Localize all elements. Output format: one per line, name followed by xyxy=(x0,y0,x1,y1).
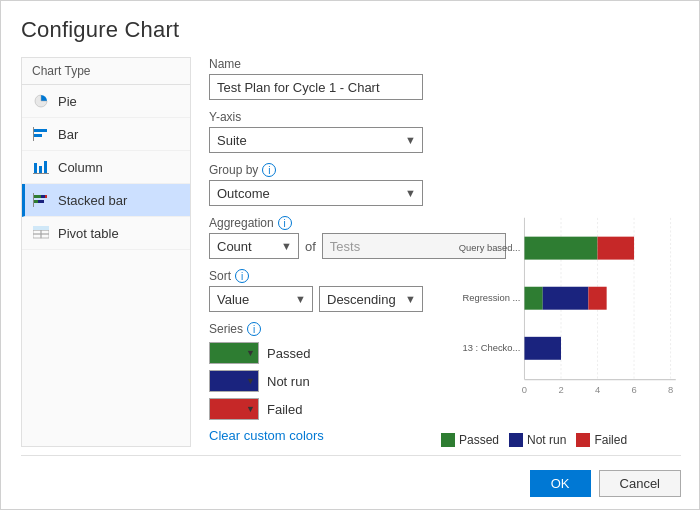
yaxis-select-wrapper[interactable]: Suite ▼ xyxy=(209,127,423,153)
groupby-info-icon[interactable]: i xyxy=(262,163,276,177)
series-not-run-label: Not run xyxy=(267,374,310,389)
chart-type-pivot-table[interactable]: Pivot table xyxy=(22,217,190,250)
ok-button[interactable]: OK xyxy=(530,470,591,497)
svg-text:2: 2 xyxy=(558,384,563,395)
series-color-not-run[interactable]: ▼ xyxy=(209,370,259,392)
chart-type-bar-label: Bar xyxy=(58,127,78,142)
yaxis-label: Y-axis xyxy=(209,110,423,124)
series-not-run-arrow: ▼ xyxy=(246,376,255,386)
chart-type-pie-label: Pie xyxy=(58,94,77,109)
column-icon xyxy=(32,158,50,176)
chart-svg: 0 2 4 6 8 Query based... xyxy=(441,207,681,427)
svg-text:6: 6 xyxy=(631,384,636,395)
series-passed-arrow: ▼ xyxy=(246,348,255,358)
stacked-bar-icon xyxy=(32,191,50,209)
svg-rect-4 xyxy=(39,166,42,173)
sort-order-select[interactable]: Descending xyxy=(320,287,422,311)
chart-type-pie[interactable]: Pie xyxy=(22,85,190,118)
chart-type-bar[interactable]: Bar xyxy=(22,118,190,151)
svg-rect-32 xyxy=(524,237,597,260)
svg-rect-1 xyxy=(33,134,42,137)
svg-text:8: 8 xyxy=(668,384,673,395)
legend-color-passed xyxy=(441,433,455,447)
sort-order-select-wrapper[interactable]: Descending ▼ xyxy=(319,286,423,312)
svg-rect-7 xyxy=(33,195,41,198)
legend-not-run-label: Not run xyxy=(527,433,566,447)
series-section: Series i ▼ Passed ▼ Not run xyxy=(209,322,423,443)
configure-chart-dialog: Configure Chart Chart Type Pie xyxy=(1,1,700,510)
chart-type-column[interactable]: Column xyxy=(22,151,190,184)
svg-rect-9 xyxy=(45,195,47,198)
groupby-select[interactable]: Outcome xyxy=(210,181,422,205)
of-label: of xyxy=(305,239,316,254)
svg-rect-36 xyxy=(543,287,589,310)
dialog-footer: OK Cancel xyxy=(21,455,681,497)
series-item-failed: ▼ Failed xyxy=(209,398,423,420)
svg-rect-14 xyxy=(33,230,41,234)
svg-rect-11 xyxy=(38,200,44,203)
legend-passed-label: Passed xyxy=(459,433,499,447)
cancel-button[interactable]: Cancel xyxy=(599,470,681,497)
series-color-failed[interactable]: ▼ xyxy=(209,398,259,420)
bar-icon xyxy=(32,125,50,143)
svg-rect-17 xyxy=(41,234,49,238)
svg-rect-0 xyxy=(33,129,47,132)
name-label: Name xyxy=(209,57,423,71)
svg-rect-2 xyxy=(33,127,34,141)
chart-type-pivot-label: Pivot table xyxy=(58,226,119,241)
chart-type-stacked-bar-label: Stacked bar xyxy=(58,193,127,208)
pivot-icon xyxy=(32,224,50,242)
aggregation-select-wrapper[interactable]: Count ▼ xyxy=(209,233,299,259)
svg-rect-6 xyxy=(33,173,49,174)
series-failed-label: Failed xyxy=(267,402,302,417)
name-field-group: Name xyxy=(209,57,423,100)
groupby-label: Group by i xyxy=(209,163,423,177)
svg-rect-12 xyxy=(33,193,34,207)
aggregation-row: Count ▼ of xyxy=(209,233,423,259)
clear-custom-colors-link[interactable]: Clear custom colors xyxy=(209,428,423,443)
svg-text:4: 4 xyxy=(595,384,600,395)
series-color-passed[interactable]: ▼ xyxy=(209,342,259,364)
legend-failed-label: Failed xyxy=(594,433,627,447)
config-panel: Name Y-axis Suite ▼ Group by i xyxy=(191,57,441,447)
series-item-passed: ▼ Passed xyxy=(209,342,423,364)
svg-rect-18 xyxy=(33,226,49,230)
legend-passed: Passed xyxy=(441,433,499,447)
svg-text:Regression ...: Regression ... xyxy=(462,292,520,303)
aggregation-info-icon[interactable]: i xyxy=(278,216,292,230)
aggregation-label: Aggregation i xyxy=(209,216,423,230)
sort-field-group: Sort i Value ▼ Descending ▼ xyxy=(209,269,423,312)
series-info-icon[interactable]: i xyxy=(247,322,261,336)
chart-type-stacked-bar[interactable]: Stacked bar xyxy=(22,184,190,217)
yaxis-field-group: Y-axis Suite ▼ xyxy=(209,110,423,153)
chart-legend: Passed Not run Failed xyxy=(441,433,681,447)
series-item-not-run: ▼ Not run xyxy=(209,370,423,392)
sort-value-select[interactable]: Value xyxy=(210,287,312,311)
svg-text:Query based...: Query based... xyxy=(459,242,521,253)
legend-not-run: Not run xyxy=(509,433,566,447)
chart-type-header: Chart Type xyxy=(22,58,190,85)
chart-preview: 0 2 4 6 8 Query based... xyxy=(441,57,681,447)
svg-rect-3 xyxy=(34,163,37,173)
yaxis-select[interactable]: Suite xyxy=(210,128,422,152)
svg-rect-5 xyxy=(44,161,47,173)
chart-type-panel: Chart Type Pie xyxy=(21,57,191,447)
sort-value-select-wrapper[interactable]: Value ▼ xyxy=(209,286,313,312)
dialog-title: Configure Chart xyxy=(21,17,681,43)
aggregation-select[interactable]: Count xyxy=(210,234,298,258)
series-passed-label: Passed xyxy=(267,346,310,361)
svg-rect-16 xyxy=(33,234,41,238)
chart-type-column-label: Column xyxy=(58,160,103,175)
series-label: Series i xyxy=(209,322,423,336)
svg-text:13 : Checko...: 13 : Checko... xyxy=(462,342,520,353)
dialog-body: Chart Type Pie xyxy=(21,57,681,447)
svg-rect-15 xyxy=(41,230,49,234)
groupby-select-wrapper[interactable]: Outcome ▼ xyxy=(209,180,423,206)
svg-rect-35 xyxy=(524,287,542,310)
legend-failed: Failed xyxy=(576,433,627,447)
legend-color-not-run xyxy=(509,433,523,447)
name-input[interactable] xyxy=(209,74,423,100)
chart-panel: 0 2 4 6 8 Query based... xyxy=(441,57,681,447)
aggregation-field-group: Aggregation i Count ▼ of xyxy=(209,216,423,259)
sort-info-icon[interactable]: i xyxy=(235,269,249,283)
